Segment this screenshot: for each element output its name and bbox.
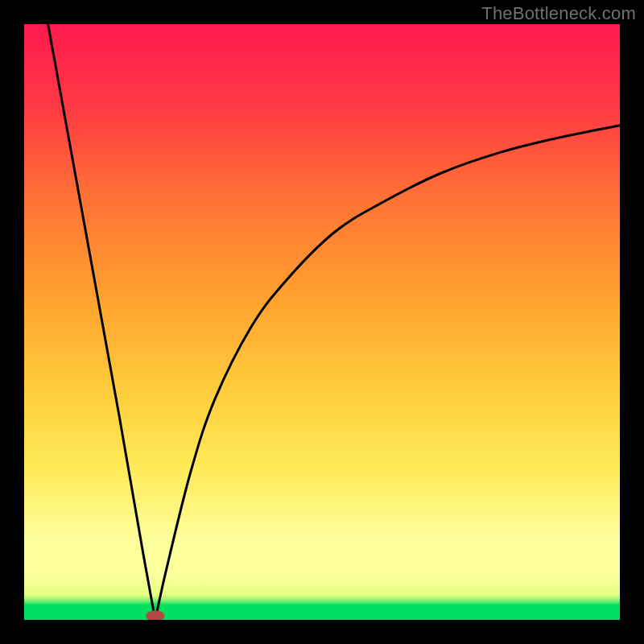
watermark-text: TheBottleneck.com <box>481 3 636 24</box>
curve-layer <box>24 24 620 620</box>
minimum-marker <box>146 610 165 620</box>
chart-frame: TheBottleneck.com <box>0 0 644 644</box>
plot-area <box>24 24 620 620</box>
bottleneck-curve <box>48 24 620 620</box>
